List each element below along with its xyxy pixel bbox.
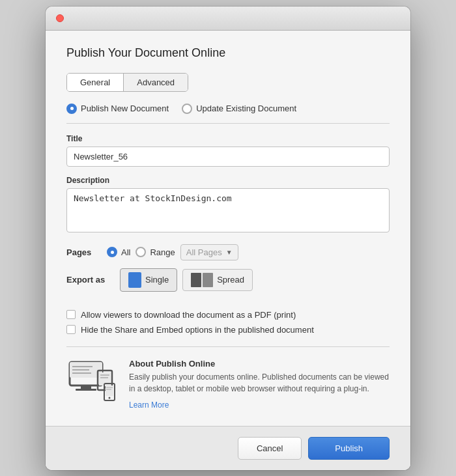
svg-rect-6 [76, 389, 96, 391]
radio-new-indicator [66, 104, 77, 114]
about-title: About Publish Online [129, 359, 390, 369]
title-label: Title [66, 134, 390, 143]
spread-label: Spread [217, 275, 244, 285]
radio-publish-new[interactable]: Publish New Document [66, 104, 169, 114]
export-label: Export as [66, 275, 112, 285]
spread-left-icon [191, 273, 201, 287]
checkbox-embed[interactable]: Hide the Share and Embed options in the … [66, 325, 390, 335]
title-input[interactable] [66, 147, 390, 167]
pages-dropdown-value: All Pages [186, 247, 222, 257]
export-single-btn[interactable]: Single [120, 268, 177, 292]
about-section: About Publish Online Easily publish your… [66, 359, 390, 410]
pages-dropdown[interactable]: All Pages ▼ [180, 244, 238, 260]
pages-label: Pages [66, 247, 99, 257]
tab-group: General Advanced [66, 73, 188, 92]
dialog-title: Publish Your Document Online [66, 46, 390, 60]
spread-icon [191, 273, 213, 287]
pages-options: All Range All Pages ▼ [107, 244, 238, 260]
pages-row: Pages All Range All Pages ▼ [66, 244, 390, 260]
publish-options-group: Publish New Document Update Existing Doc… [66, 104, 390, 124]
tab-general[interactable]: General [67, 74, 124, 91]
publish-online-icon [66, 359, 119, 404]
publish-button[interactable]: Publish [308, 437, 390, 460]
description-label: Description [66, 176, 390, 185]
pages-range-label: Range [150, 247, 175, 257]
svg-point-16 [109, 397, 111, 399]
spread-right-icon [203, 273, 213, 287]
svg-rect-5 [81, 385, 91, 389]
radio-existing-indicator [182, 104, 192, 114]
description-field-group: Description Newsletter at StockInDesign.… [66, 176, 390, 235]
cancel-button[interactable]: Cancel [238, 437, 302, 460]
radio-all-pages[interactable]: All [107, 247, 130, 257]
checkbox-embed-box [66, 325, 76, 334]
window-content: Publish Your Document Online General Adv… [46, 31, 410, 470]
description-input[interactable]: Newsletter at StockInDesign.com [66, 188, 390, 232]
dialog-window: Publish Your Document Online General Adv… [46, 7, 410, 470]
radio-all-indicator [107, 247, 117, 257]
export-row: Export as Single Spread [66, 268, 390, 301]
radio-new-label: Publish New Document [81, 104, 169, 113]
single-label: Single [145, 275, 169, 285]
checkbox-pdf-box [66, 310, 76, 319]
radio-range-pages[interactable]: Range [135, 247, 175, 257]
radio-range-indicator [135, 247, 146, 257]
checkbox-pdf[interactable]: Allow viewers to download the document a… [66, 310, 390, 320]
checkbox-group: Allow viewers to download the document a… [66, 310, 390, 347]
export-options: Single Spread [120, 268, 253, 292]
radio-existing-label: Update Existing Document [196, 104, 296, 113]
radio-update-existing[interactable]: Update Existing Document [182, 104, 296, 114]
close-button[interactable] [56, 14, 64, 22]
about-description: Easily publish your documents online. Pu… [129, 371, 390, 395]
title-field-group: Title [66, 134, 390, 167]
svg-rect-13 [106, 385, 113, 396]
checkbox-pdf-label: Allow viewers to download the document a… [81, 310, 296, 320]
title-bar [46, 7, 410, 31]
learn-more-link[interactable]: Learn More [129, 400, 169, 410]
button-row: Cancel Publish [46, 426, 410, 470]
checkbox-embed-label: Hide the Share and Embed options in the … [81, 325, 314, 335]
single-page-icon [128, 272, 141, 288]
export-spread-btn[interactable]: Spread [182, 269, 253, 291]
about-text-group: About Publish Online Easily publish your… [129, 359, 390, 410]
tab-advanced[interactable]: Advanced [124, 74, 188, 91]
pages-all-label: All [121, 247, 130, 257]
chevron-down-icon: ▼ [226, 249, 233, 256]
